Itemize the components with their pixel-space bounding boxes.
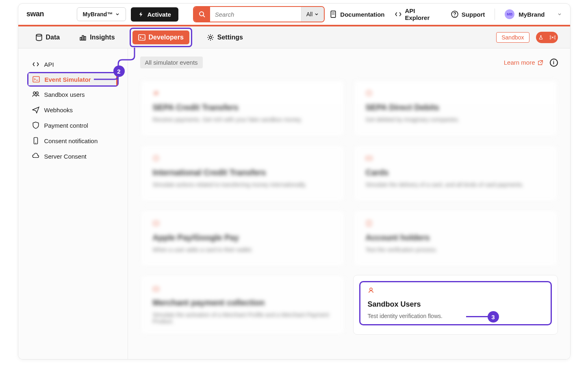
gear-icon — [207, 34, 214, 41]
chart-icon — [79, 34, 87, 41]
tab-insights[interactable]: Insights — [74, 31, 119, 44]
card-title: SEPA Direct Debits — [366, 103, 545, 112]
sidebar-item-label: Webhooks — [44, 107, 73, 113]
bolt-icon — [138, 11, 144, 17]
card-merchant-payment[interactable]: Merchant payment collection Simulate the… — [140, 275, 345, 335]
sidebar-item-server-consent[interactable]: Server Consent — [18, 148, 128, 164]
sidebar-item-sandbox-users[interactable]: Sandbox users — [18, 87, 128, 102]
card-title: Merchant payment collection — [153, 298, 332, 307]
building-icon — [366, 220, 372, 227]
broadcast-icon — [550, 35, 555, 40]
chevron-down-icon — [115, 12, 120, 17]
svg-point-13 — [209, 36, 212, 39]
tab-data[interactable]: Data — [30, 31, 65, 44]
svg-rect-23 — [154, 221, 158, 225]
card-sandbox-users[interactable]: Sandbox Users Test identity verification… — [360, 282, 551, 324]
tab-settings-label: Settings — [217, 34, 243, 41]
svg-rect-22 — [366, 157, 372, 160]
tab-developers[interactable]: Developers — [132, 31, 189, 44]
svg-rect-24 — [367, 221, 371, 226]
sandbox-badge[interactable]: Sandbox — [496, 32, 529, 43]
sidebar-item-consent-notification[interactable]: Consent notification — [18, 133, 128, 148]
tab-data-label: Data — [46, 34, 60, 41]
file-icon — [330, 11, 337, 18]
sidebar-item-event-simulator[interactable]: Event Simulator — [28, 73, 117, 85]
sidebar-item-api[interactable]: API — [18, 57, 128, 72]
card-desc: Test identity verification flows. — [368, 313, 543, 319]
svg-point-14 — [552, 37, 553, 38]
card-desc: Get debited by imaginary companies. — [366, 116, 545, 123]
card-apple-google-pay[interactable]: Apple Pay/Google Pay When a user adds a … — [140, 210, 345, 267]
card-sepa-direct-debits[interactable]: SEPA Direct Debits Get debited by imagin… — [353, 80, 558, 137]
svg-point-21 — [154, 156, 158, 161]
user-icon — [368, 287, 374, 294]
search-bar: All — [193, 6, 325, 22]
sidebar-item-label: Server Consent — [44, 153, 87, 160]
card-desc: Simulate the delivery of a card, and all… — [366, 181, 545, 188]
search-filter[interactable]: All — [301, 7, 324, 22]
tab-settings[interactable]: Settings — [202, 31, 248, 44]
svg-rect-9 — [80, 37, 81, 40]
brand-label: MyBrand™ — [83, 11, 113, 17]
card-desc: Test the verification process. — [366, 246, 545, 253]
search-icon — [199, 11, 205, 17]
card-cards[interactable]: Cards Simulate the delivery of a card, a… — [353, 145, 558, 202]
content-header: All simulator events Learn more i — [140, 57, 558, 68]
sidebar-item-payment-control[interactable]: Payment control — [18, 118, 128, 133]
card-account-holders[interactable]: Account holders Test the verification pr… — [353, 210, 558, 267]
tabs-right: Sandbox — [496, 32, 558, 43]
card-desc: Simulate the activation of a Merchant Pr… — [153, 312, 332, 325]
sidebar-item-label: API — [44, 61, 54, 68]
card-grid: SEPA Credit Transfers Receive payments. … — [140, 80, 558, 335]
tabs-bar: Data Insights Developers Settings Sandbo… — [18, 26, 570, 48]
svg-point-19 — [35, 143, 36, 144]
send-icon — [32, 106, 39, 113]
documentation-link[interactable]: Documentation — [330, 11, 384, 18]
info-icon[interactable]: i — [550, 59, 558, 67]
globe-icon — [153, 155, 159, 161]
chevron-down-icon — [557, 12, 562, 17]
sidebar-item-webhooks[interactable]: Webhooks — [18, 102, 128, 118]
terminal-icon — [138, 34, 145, 41]
wallet-icon — [153, 220, 159, 227]
search-button[interactable] — [194, 7, 210, 22]
support-label: Support — [462, 11, 485, 18]
logo: swan — [26, 10, 60, 19]
card-sepa-credit-transfers[interactable]: SEPA Credit Transfers Receive payments. … — [140, 80, 345, 137]
avatar: MB — [505, 9, 514, 19]
api-explorer-link[interactable]: API Explorer — [395, 7, 441, 21]
search-input[interactable] — [210, 7, 301, 22]
help-icon — [451, 11, 458, 18]
environment-toggle[interactable] — [536, 32, 558, 43]
shop-icon — [153, 285, 159, 292]
learn-more-link[interactable]: Learn more — [504, 59, 543, 66]
tab-developers-highlight: Developers — [130, 28, 192, 47]
support-link[interactable]: Support — [451, 11, 485, 18]
activate-button[interactable]: Activate — [131, 7, 178, 22]
card-title: International Credit Transfers — [153, 168, 332, 177]
phone-icon — [32, 137, 39, 144]
flask-icon — [538, 35, 543, 40]
step-badge-2: 2 — [113, 65, 125, 77]
database-icon — [35, 34, 43, 41]
debit-icon — [366, 90, 372, 96]
api-explorer-label: API Explorer — [405, 7, 441, 21]
sidebar-item-event-simulator-highlight: Event Simulator — [27, 72, 119, 87]
tab-insights-label: Insights — [90, 34, 115, 41]
sidebar-item-label: Payment control — [44, 122, 88, 129]
svg-line-2 — [203, 15, 205, 17]
brand-selector[interactable]: MyBrand™ — [77, 7, 126, 21]
tab-developers-label: Developers — [149, 34, 184, 41]
card-international-transfers[interactable]: International Credit Transfers Simulate … — [140, 145, 345, 202]
sidebar-item-label: Sandbox users — [44, 91, 85, 98]
sidebar-item-label: Consent notification — [44, 137, 98, 144]
card-sandbox-users-outer: Sandbox Users Test identity verification… — [353, 275, 558, 335]
terminal-icon — [33, 76, 40, 83]
svg-rect-11 — [85, 36, 86, 40]
profile-menu[interactable]: MB MyBrand — [505, 9, 562, 19]
divider — [495, 9, 495, 20]
shield-icon — [32, 122, 39, 129]
svg-rect-10 — [82, 35, 84, 40]
code-icon — [395, 11, 402, 18]
users-icon — [32, 91, 39, 98]
